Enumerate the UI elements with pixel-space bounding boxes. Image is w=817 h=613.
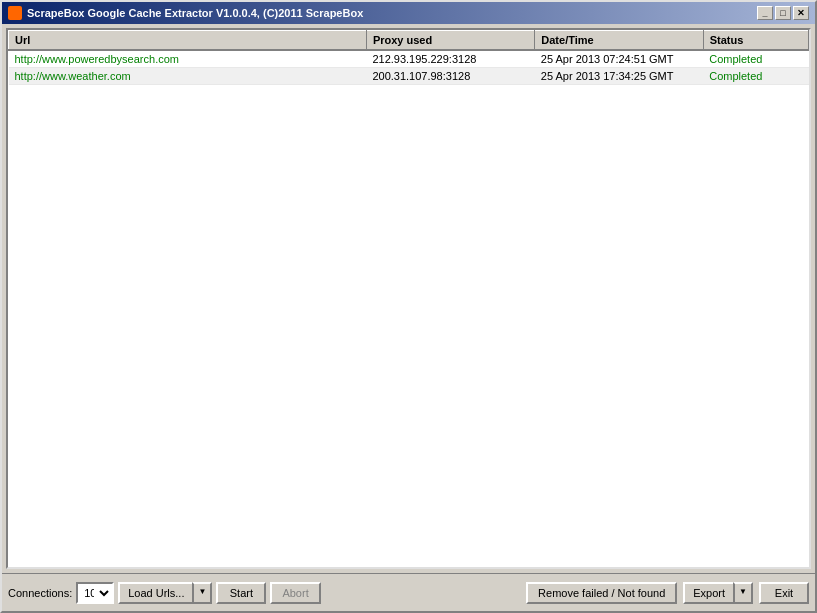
load-urls-dropdown[interactable]: Load Urls... ▼ [118,582,212,604]
col-header-proxy: Proxy used [366,31,534,51]
title-bar-controls: _ □ ✕ [757,6,809,20]
main-content: Url Proxy used Date/Time Status http://w… [2,24,815,573]
table-row: http://www.weather.com200.31.107.98:3128… [9,68,809,85]
minimize-button[interactable]: _ [757,6,773,20]
exit-button[interactable]: Exit [759,582,809,604]
window-title: ScrapeBox Google Cache Extractor V1.0.0.… [27,7,363,19]
load-urls-arrow[interactable]: ▼ [192,582,212,604]
table-header-row: Url Proxy used Date/Time Status [9,31,809,51]
col-header-url: Url [9,31,367,51]
connections-label: Connections: [8,587,72,599]
footer: Connections: 10 5 20 Load Urls... ▼ Star… [2,573,815,611]
export-button[interactable]: Export [683,582,733,604]
col-header-status: Status [703,31,808,51]
results-table-container: Url Proxy used Date/Time Status http://w… [6,28,811,569]
title-bar-text: ScrapeBox Google Cache Extractor V1.0.0.… [8,6,363,20]
cell-status: Completed [703,50,808,68]
close-button[interactable]: ✕ [793,6,809,20]
table-row: http://www.poweredbysearch.com212.93.195… [9,50,809,68]
title-bar: ScrapeBox Google Cache Extractor V1.0.0.… [2,2,815,24]
cell-url: http://www.weather.com [9,68,367,85]
main-window: ScrapeBox Google Cache Extractor V1.0.0.… [0,0,817,613]
app-icon [8,6,22,20]
abort-button[interactable]: Abort [270,582,320,604]
load-urls-button[interactable]: Load Urls... [118,582,192,604]
col-header-datetime: Date/Time [535,31,703,51]
remove-failed-button[interactable]: Remove failed / Not found [526,582,677,604]
cell-datetime: 25 Apr 2013 07:24:51 GMT [535,50,703,68]
connections-select[interactable]: 10 5 20 [76,582,114,604]
maximize-button[interactable]: □ [775,6,791,20]
cell-status: Completed [703,68,808,85]
start-button[interactable]: Start [216,582,266,604]
results-table: Url Proxy used Date/Time Status http://w… [8,30,809,85]
footer-left: Connections: 10 5 20 Load Urls... ▼ Star… [8,582,321,604]
cell-datetime: 25 Apr 2013 17:34:25 GMT [535,68,703,85]
cell-proxy: 212.93.195.229:3128 [366,50,534,68]
footer-right: Remove failed / Not found Export ▼ Exit [526,582,809,604]
export-arrow[interactable]: ▼ [733,582,753,604]
cell-proxy: 200.31.107.98:3128 [366,68,534,85]
export-dropdown[interactable]: Export ▼ [683,582,753,604]
cell-url: http://www.poweredbysearch.com [9,50,367,68]
